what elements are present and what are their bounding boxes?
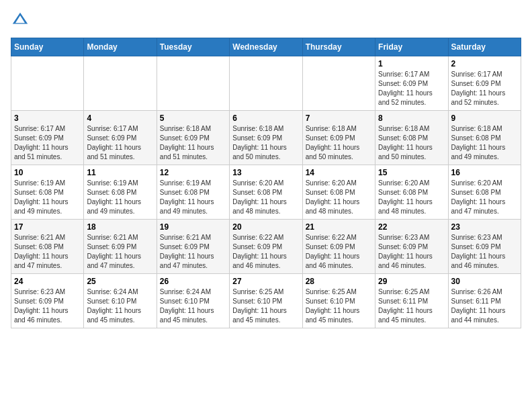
week-row-3: 10Sunrise: 6:19 AM Sunset: 6:08 PM Dayli… <box>11 165 521 220</box>
calendar-cell: 7Sunrise: 6:18 AM Sunset: 6:09 PM Daylig… <box>302 111 375 165</box>
weekday-header-saturday: Saturday <box>448 38 521 56</box>
day-info: Sunrise: 6:23 AM Sunset: 6:09 PM Dayligh… <box>451 233 518 271</box>
day-number: 30 <box>451 277 518 286</box>
day-info: Sunrise: 6:23 AM Sunset: 6:09 PM Dayligh… <box>378 233 445 271</box>
day-info: Sunrise: 6:20 AM Sunset: 6:08 PM Dayligh… <box>306 179 372 216</box>
calendar-cell: 28Sunrise: 6:25 AM Sunset: 6:10 PM Dayli… <box>302 274 375 328</box>
day-number: 21 <box>306 222 372 232</box>
day-number: 1 <box>378 59 445 68</box>
day-info: Sunrise: 6:19 AM Sunset: 6:08 PM Dayligh… <box>14 179 81 216</box>
day-info: Sunrise: 6:24 AM Sunset: 6:10 PM Dayligh… <box>87 287 153 325</box>
day-number: 2 <box>451 59 518 68</box>
calendar-cell <box>84 56 157 111</box>
day-number: 5 <box>160 113 226 123</box>
calendar-cell <box>157 56 229 111</box>
calendar-cell <box>230 56 302 111</box>
day-info: Sunrise: 6:23 AM Sunset: 6:09 PM Dayligh… <box>14 287 81 325</box>
calendar-table: SundayMondayTuesdayWednesdayThursdayFrid… <box>11 38 521 328</box>
weekday-header-sunday: Sunday <box>11 38 84 56</box>
day-number: 24 <box>14 277 81 286</box>
page-header <box>11 11 521 30</box>
day-info: Sunrise: 6:19 AM Sunset: 6:08 PM Dayligh… <box>87 179 153 216</box>
calendar-cell: 10Sunrise: 6:19 AM Sunset: 6:08 PM Dayli… <box>11 165 84 220</box>
calendar-cell: 11Sunrise: 6:19 AM Sunset: 6:08 PM Dayli… <box>84 165 157 220</box>
day-info: Sunrise: 6:18 AM Sunset: 6:08 PM Dayligh… <box>378 124 445 162</box>
calendar-cell: 14Sunrise: 6:20 AM Sunset: 6:08 PM Dayli… <box>302 165 375 220</box>
day-number: 10 <box>14 168 81 177</box>
day-number: 19 <box>160 222 226 232</box>
calendar-cell: 30Sunrise: 6:26 AM Sunset: 6:11 PM Dayli… <box>448 274 521 328</box>
day-number: 11 <box>87 168 153 177</box>
logo-icon <box>11 11 30 30</box>
day-info: Sunrise: 6:18 AM Sunset: 6:09 PM Dayligh… <box>160 124 226 162</box>
day-number: 13 <box>232 168 299 177</box>
day-number: 9 <box>451 113 518 123</box>
day-number: 22 <box>378 222 445 232</box>
weekday-header-row: SundayMondayTuesdayWednesdayThursdayFrid… <box>11 38 521 56</box>
calendar-cell: 8Sunrise: 6:18 AM Sunset: 6:08 PM Daylig… <box>375 111 448 165</box>
day-info: Sunrise: 6:21 AM Sunset: 6:09 PM Dayligh… <box>160 233 226 271</box>
calendar-cell: 22Sunrise: 6:23 AM Sunset: 6:09 PM Dayli… <box>375 220 448 274</box>
weekday-header-thursday: Thursday <box>302 38 375 56</box>
day-info: Sunrise: 6:18 AM Sunset: 6:09 PM Dayligh… <box>232 124 299 162</box>
weekday-header-monday: Monday <box>84 38 157 56</box>
day-info: Sunrise: 6:18 AM Sunset: 6:09 PM Dayligh… <box>306 124 372 162</box>
week-row-2: 3Sunrise: 6:17 AM Sunset: 6:09 PM Daylig… <box>11 111 521 165</box>
day-number: 29 <box>378 277 445 286</box>
day-number: 15 <box>378 168 445 177</box>
day-info: Sunrise: 6:17 AM Sunset: 6:09 PM Dayligh… <box>451 70 518 107</box>
day-number: 20 <box>232 222 299 232</box>
calendar-cell: 4Sunrise: 6:17 AM Sunset: 6:09 PM Daylig… <box>84 111 157 165</box>
calendar-cell: 3Sunrise: 6:17 AM Sunset: 6:09 PM Daylig… <box>11 111 84 165</box>
logo <box>11 11 32 30</box>
day-number: 17 <box>14 222 81 232</box>
day-info: Sunrise: 6:25 AM Sunset: 6:11 PM Dayligh… <box>378 287 445 325</box>
calendar-cell <box>11 56 84 111</box>
day-number: 4 <box>87 113 153 123</box>
day-info: Sunrise: 6:20 AM Sunset: 6:08 PM Dayligh… <box>232 179 299 216</box>
calendar-cell: 9Sunrise: 6:18 AM Sunset: 6:08 PM Daylig… <box>448 111 521 165</box>
calendar-cell: 1Sunrise: 6:17 AM Sunset: 6:09 PM Daylig… <box>375 56 448 111</box>
day-number: 8 <box>378 113 445 123</box>
week-row-1: 1Sunrise: 6:17 AM Sunset: 6:09 PM Daylig… <box>11 56 521 111</box>
day-info: Sunrise: 6:20 AM Sunset: 6:08 PM Dayligh… <box>451 179 518 216</box>
day-number: 23 <box>451 222 518 232</box>
day-number: 3 <box>14 113 81 123</box>
calendar-cell: 24Sunrise: 6:23 AM Sunset: 6:09 PM Dayli… <box>11 274 84 328</box>
day-info: Sunrise: 6:24 AM Sunset: 6:10 PM Dayligh… <box>160 287 226 325</box>
calendar-cell: 2Sunrise: 6:17 AM Sunset: 6:09 PM Daylig… <box>448 56 521 111</box>
calendar-cell: 21Sunrise: 6:22 AM Sunset: 6:09 PM Dayli… <box>302 220 375 274</box>
day-info: Sunrise: 6:25 AM Sunset: 6:10 PM Dayligh… <box>232 287 299 325</box>
calendar-cell: 15Sunrise: 6:20 AM Sunset: 6:08 PM Dayli… <box>375 165 448 220</box>
calendar-cell: 5Sunrise: 6:18 AM Sunset: 6:09 PM Daylig… <box>157 111 229 165</box>
day-info: Sunrise: 6:25 AM Sunset: 6:10 PM Dayligh… <box>306 287 372 325</box>
day-number: 6 <box>232 113 299 123</box>
day-info: Sunrise: 6:19 AM Sunset: 6:08 PM Dayligh… <box>160 179 226 216</box>
day-info: Sunrise: 6:18 AM Sunset: 6:08 PM Dayligh… <box>451 124 518 162</box>
calendar-cell: 20Sunrise: 6:22 AM Sunset: 6:09 PM Dayli… <box>230 220 302 274</box>
weekday-header-tuesday: Tuesday <box>157 38 229 56</box>
weekday-header-wednesday: Wednesday <box>230 38 302 56</box>
calendar-cell: 17Sunrise: 6:21 AM Sunset: 6:08 PM Dayli… <box>11 220 84 274</box>
day-info: Sunrise: 6:21 AM Sunset: 6:08 PM Dayligh… <box>14 233 81 271</box>
day-number: 16 <box>451 168 518 177</box>
day-info: Sunrise: 6:22 AM Sunset: 6:09 PM Dayligh… <box>232 233 299 271</box>
day-number: 14 <box>306 168 372 177</box>
calendar-cell: 19Sunrise: 6:21 AM Sunset: 6:09 PM Dayli… <box>157 220 229 274</box>
calendar-cell: 18Sunrise: 6:21 AM Sunset: 6:09 PM Dayli… <box>84 220 157 274</box>
calendar-cell: 23Sunrise: 6:23 AM Sunset: 6:09 PM Dayli… <box>448 220 521 274</box>
day-info: Sunrise: 6:26 AM Sunset: 6:11 PM Dayligh… <box>451 287 518 325</box>
day-number: 28 <box>306 277 372 286</box>
day-number: 27 <box>232 277 299 286</box>
day-number: 12 <box>160 168 226 177</box>
day-number: 25 <box>87 277 153 286</box>
calendar-cell <box>302 56 375 111</box>
day-info: Sunrise: 6:21 AM Sunset: 6:09 PM Dayligh… <box>87 233 153 271</box>
week-row-4: 17Sunrise: 6:21 AM Sunset: 6:08 PM Dayli… <box>11 220 521 274</box>
calendar-cell: 13Sunrise: 6:20 AM Sunset: 6:08 PM Dayli… <box>230 165 302 220</box>
day-info: Sunrise: 6:17 AM Sunset: 6:09 PM Dayligh… <box>378 70 445 107</box>
calendar-cell: 16Sunrise: 6:20 AM Sunset: 6:08 PM Dayli… <box>448 165 521 220</box>
calendar-cell: 29Sunrise: 6:25 AM Sunset: 6:11 PM Dayli… <box>375 274 448 328</box>
day-info: Sunrise: 6:22 AM Sunset: 6:09 PM Dayligh… <box>306 233 372 271</box>
day-info: Sunrise: 6:20 AM Sunset: 6:08 PM Dayligh… <box>378 179 445 216</box>
